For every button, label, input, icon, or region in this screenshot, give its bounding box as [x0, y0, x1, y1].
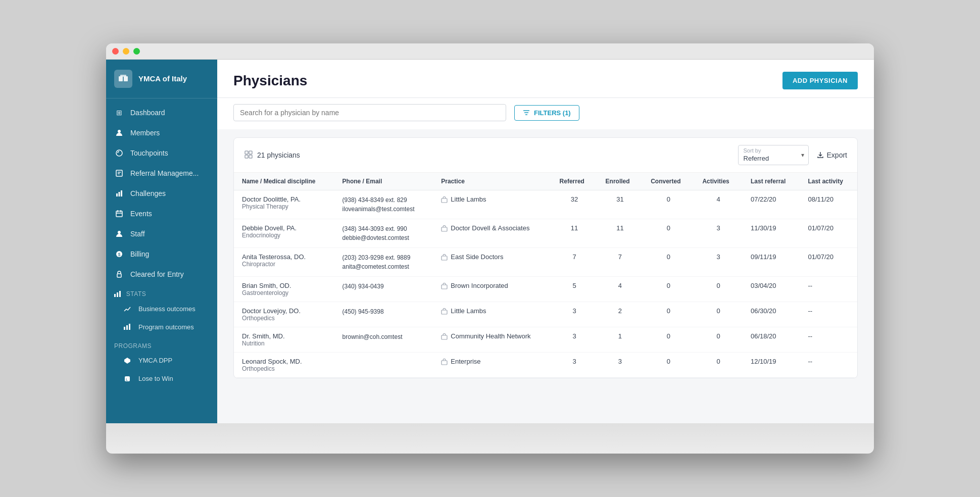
- sidebar-item-referral[interactable]: Referral Manageme...: [106, 163, 217, 183]
- doctor-specialty: Orthopedics: [242, 365, 326, 372]
- cell-referred: 7: [552, 248, 598, 277]
- sidebar-item-lose-to-win[interactable]: L Lose to Win: [106, 370, 217, 388]
- practice-name: Little Lambs: [451, 195, 486, 203]
- lose-to-win-icon: L: [122, 374, 132, 384]
- search-input[interactable]: [233, 104, 506, 121]
- cell-name: Dr. Smith, MD. Nutrition: [234, 327, 334, 353]
- cell-name: Debbie Dovell, PA. Endocrinology: [234, 219, 334, 248]
- svg-point-3: [118, 130, 121, 133]
- cell-referred: 3: [552, 353, 598, 378]
- col-name: Name / Medical discipline: [234, 173, 334, 190]
- ymca-dpp-icon: [122, 356, 132, 366]
- svg-rect-25: [245, 155, 248, 158]
- col-activities: Activities: [694, 173, 743, 190]
- sidebar: YMCA of Italy ⊞ Dashboard Members: [106, 60, 217, 423]
- svg-rect-18: [126, 325, 128, 330]
- table-header: Name / Medical discipline Phone / Email …: [234, 173, 857, 190]
- table-row[interactable]: Brian Smith, OD. Gastroenterology (340) …: [234, 277, 857, 302]
- sidebar-sub-item-label: Business outcomes: [138, 305, 195, 313]
- table-row[interactable]: Leonard Spock, MD. Orthopedics Enterpris…: [234, 353, 857, 378]
- cell-last-activity: --: [800, 327, 857, 353]
- cell-converted: 0: [643, 190, 694, 219]
- doctor-name: Doctor Lovejoy, DO.: [242, 307, 326, 315]
- phone: (348) 344-3093 ext. 990: [342, 224, 425, 233]
- close-button[interactable]: [112, 48, 119, 55]
- doctor-specialty: Orthopedics: [242, 315, 326, 322]
- svg-rect-30: [442, 285, 447, 289]
- svg-text:$: $: [118, 252, 121, 257]
- col-last-referral: Last referral: [743, 173, 800, 190]
- table-row[interactable]: Dr. Smith, MD. Nutrition brownin@coh.com…: [234, 327, 857, 353]
- sidebar-item-members[interactable]: Members: [106, 123, 217, 143]
- sidebar-item-label: Events: [130, 210, 152, 218]
- cell-converted: 0: [643, 219, 694, 248]
- table-toolbar: 21 physicians Sort by Referred: [234, 138, 857, 173]
- cell-phone-email: brownin@coh.comtest: [334, 327, 433, 353]
- sidebar-item-program-outcomes[interactable]: Program outcomes: [106, 318, 217, 336]
- org-name: YMCA of Italy: [138, 74, 187, 83]
- svg-rect-15: [117, 292, 118, 297]
- minimize-button[interactable]: [123, 48, 129, 55]
- sidebar-item-dashboard[interactable]: ⊞ Dashboard: [106, 103, 217, 123]
- referral-icon: [114, 168, 124, 178]
- doctor-specialty: Endocrinology: [242, 232, 326, 239]
- cell-last-referral: 06/30/20: [743, 302, 800, 327]
- svg-rect-9: [116, 211, 122, 217]
- sidebar-item-events[interactable]: Events: [106, 204, 217, 224]
- cell-referred: 3: [552, 302, 598, 327]
- titlebar: [106, 43, 874, 60]
- practice-cell: East Side Doctors: [441, 253, 543, 262]
- table-row[interactable]: Doctor Lovejoy, DO. Orthopedics (450) 94…: [234, 302, 857, 327]
- table-row[interactable]: Debbie Dovell, PA. Endocrinology (348) 3…: [234, 219, 857, 248]
- cell-converted: 0: [643, 302, 694, 327]
- sidebar-item-touchpoints[interactable]: Touchpoints: [106, 143, 217, 163]
- cell-converted: 0: [643, 277, 694, 302]
- export-icon: [817, 152, 824, 159]
- physicians-table: Name / Medical discipline Phone / Email …: [234, 173, 857, 378]
- practice-icon: [441, 308, 448, 316]
- cell-referred: 32: [552, 190, 598, 219]
- phone: (450) 945-9398: [342, 307, 425, 316]
- svg-rect-24: [249, 151, 252, 154]
- cell-referred: 3: [552, 327, 598, 353]
- doctor-name: Leonard Spock, MD.: [242, 358, 326, 365]
- filters-button[interactable]: FILTERS (1): [514, 105, 579, 121]
- sidebar-item-ymca-dpp[interactable]: YMCA DPP: [106, 352, 217, 370]
- cell-referred: 11: [552, 219, 598, 248]
- cell-last-referral: 11/30/19: [743, 219, 800, 248]
- table-row[interactable]: Anita Testerossa, DO. Chiropractor (203)…: [234, 248, 857, 277]
- billing-icon: $: [114, 249, 124, 259]
- cleared-entry-icon: [114, 269, 124, 279]
- cell-phone-email: (203) 203-9298 ext. 9889 anita@cometest.…: [334, 248, 433, 277]
- cell-name: Doctor Doolittle, PA. Physical Therapy: [234, 190, 334, 219]
- export-button[interactable]: Export: [817, 151, 847, 159]
- add-physician-button[interactable]: ADD PHYSICIAN: [782, 72, 858, 89]
- toolbar-right: Sort by Referred Export: [738, 145, 847, 165]
- cell-last-referral: 03/04/20: [743, 277, 800, 302]
- maximize-button[interactable]: [133, 48, 140, 55]
- sidebar-item-cleared-entry[interactable]: Cleared for Entry: [106, 264, 217, 284]
- doctor-name: Brian Smith, OD.: [242, 282, 326, 289]
- members-icon: [114, 128, 124, 138]
- svg-rect-27: [442, 198, 447, 203]
- cell-enrolled: 1: [598, 327, 643, 353]
- sidebar-item-staff[interactable]: Staff: [106, 224, 217, 244]
- physician-count: 21 physicians: [244, 150, 300, 161]
- svg-point-10: [118, 231, 121, 234]
- cell-name: Anita Testerossa, DO. Chiropractor: [234, 248, 334, 277]
- sidebar-item-challenges[interactable]: Challenges: [106, 183, 217, 204]
- svg-rect-2: [120, 75, 126, 77]
- sidebar-item-label: Dashboard: [130, 109, 165, 117]
- sidebar-sub-item-label: Program outcomes: [138, 323, 194, 331]
- email: iloveanimals@test.comtest: [342, 205, 425, 214]
- touchpoints-icon: [114, 148, 124, 158]
- table-row[interactable]: Doctor Doolittle, PA. Physical Therapy (…: [234, 190, 857, 219]
- search-bar-section: FILTERS (1): [217, 98, 874, 129]
- sort-box[interactable]: Sort by Referred: [738, 145, 809, 165]
- sidebar-item-business-outcomes[interactable]: Business outcomes: [106, 300, 217, 318]
- sidebar-item-billing[interactable]: $ Billing: [106, 244, 217, 264]
- svg-rect-0: [119, 76, 123, 81]
- cell-phone-email: (340) 934-0439: [334, 277, 433, 302]
- practice-cell: Community Health Network: [441, 332, 543, 341]
- cell-last-referral: 07/22/20: [743, 190, 800, 219]
